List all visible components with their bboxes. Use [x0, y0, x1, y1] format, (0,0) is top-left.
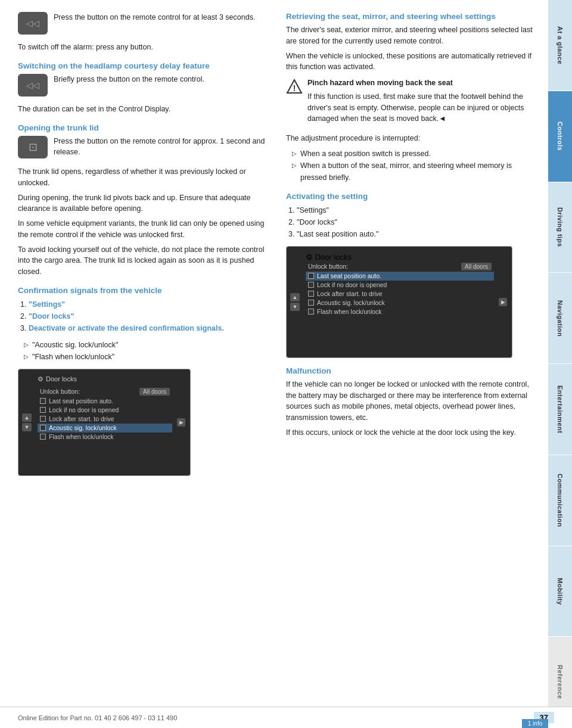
right-para2: When the vehicle is unlocked, these posi… [286, 51, 536, 73]
section3-title: Confirmation signals from the vehicle [18, 286, 274, 295]
sidebar: At a glance Controls Driving tips Naviga… [548, 0, 572, 728]
checkbox-4 [40, 425, 46, 431]
screen2-title: ⚙ Door locks [306, 253, 494, 262]
act-list-item-2: "Door locks" [297, 216, 536, 228]
checkbox-r1 [308, 273, 314, 279]
remote-icon-trunk [18, 136, 48, 158]
trunk-para4: To avoid locking yourself out of the veh… [18, 244, 274, 278]
screen2-row-5: Flash when lock/unlock [306, 307, 494, 316]
page-footer: Online Edition for Part no. 01 40 2 606 … [0, 707, 572, 728]
checkbox-r5 [308, 309, 314, 315]
nav-up2[interactable]: ▲ [290, 293, 300, 301]
nav-arrows-left2: ▲ ▼ [290, 293, 300, 311]
malfunction-para2: If this occurs, unlock or lock the vehic… [286, 427, 536, 438]
checkbox-r3 [308, 291, 314, 297]
conf-bullets: "Acoustic sig. lock/unlock" "Flash when … [24, 339, 274, 363]
checkbox-1 [40, 398, 46, 404]
conf-list-item-1: "Settings" [29, 298, 274, 310]
conf-text-2: "Door locks" [29, 312, 74, 321]
screen1: ▲ ▼ ▶ ⚙ Door locks Unlock button: All do… [18, 369, 191, 476]
press-trunk-text: Press the button on the remote control f… [54, 136, 274, 158]
checkbox-r2 [308, 282, 314, 288]
gear-icon-2: ⚙ [306, 253, 313, 262]
briefly-press-block: Briefly press the button on the remote c… [18, 74, 274, 99]
briefly-press-text: Briefly press the button on the remote c… [54, 74, 274, 85]
nav-arrows-left: ▲ ▼ [22, 413, 32, 431]
warning-icon: ! [286, 79, 303, 95]
conf-text-3: Deactivate or activate the desired confi… [29, 324, 224, 332]
trunk-para1: The trunk lid opens, regardless of wheth… [18, 166, 274, 189]
screen1-row-4: Acoustic sig. lock/unlock [38, 424, 172, 433]
section2-title: Opening the trunk lid [18, 123, 274, 132]
sidebar-tab-mobility[interactable]: Mobility [548, 546, 572, 637]
warning-text-block: Pinch hazard when moving back the seat I… [307, 77, 536, 128]
malfunction-para1: If the vehicle can no longer be locked o… [286, 379, 536, 424]
nav-down2[interactable]: ▼ [290, 303, 300, 311]
nav-right2[interactable]: ▶ [499, 298, 507, 306]
conf-text-1: "Settings" [29, 300, 65, 309]
screen2-unlock-row: Unlock button: All doors [306, 262, 494, 272]
duration-text: The duration can be set in the Control D… [18, 104, 274, 115]
sidebar-tab-controls[interactable]: Controls [548, 91, 572, 182]
adjustment-text: The adjustment procedure is interrupted: [286, 133, 536, 144]
right-section1-title: Retrieving the seat, mirror, and steerin… [286, 12, 536, 21]
checkbox-3 [40, 416, 46, 422]
sidebar-tab-at-a-glance[interactable]: At a glance [548, 0, 572, 91]
screen2-row-2: Lock if no door is opened [306, 281, 494, 290]
adj-bullet-1: When a seat position switch is pressed. [292, 148, 536, 160]
remote-press-text: Press the button on the remote control f… [54, 12, 274, 23]
screen1-unlock-row: Unlock button: All doors [38, 387, 172, 397]
switch-alarm-text: To switch off the alarm: press any butto… [18, 42, 274, 53]
screen1-content: ⚙ Door locks Unlock button: All doors La… [38, 375, 172, 441]
screen1-row-2: Lock if no door is opened [38, 406, 172, 415]
right-section2-title: Activating the setting [286, 192, 536, 201]
conf-list-item-3: Deactivate or activate the desired confi… [29, 322, 274, 334]
conf-list: "Settings" "Door locks" Deactivate or ac… [29, 298, 274, 334]
checkbox-2 [40, 407, 46, 413]
info-badge: 1 info [522, 719, 548, 728]
screen1-title: ⚙ Door locks [38, 375, 172, 383]
screen2-row-1: Last seat position auto. [306, 272, 494, 281]
nav-right[interactable]: ▶ [177, 418, 185, 427]
sidebar-tab-driving-tips[interactable]: Driving tips [548, 182, 572, 273]
warning-body: If this function is used, first make sur… [307, 91, 536, 125]
trunk-para2: During opening, the trunk lid pivots bac… [18, 192, 274, 215]
act-list-item-1: "Settings" [297, 204, 536, 216]
svg-text:!: ! [293, 83, 296, 93]
remote-icon-1 [18, 12, 48, 35]
right-section3-title: Malfunction [286, 366, 536, 375]
remote-icon-2 [18, 74, 48, 97]
right-column: Retrieving the seat, mirror, and steerin… [286, 12, 536, 716]
trunk-para3: In some vehicle equipment variants, the … [18, 218, 274, 241]
remote-press-block: Press the button on the remote control f… [18, 12, 274, 37]
nav-down[interactable]: ▼ [22, 423, 32, 431]
screen1-row-3: Lock after start. to drive [38, 415, 172, 424]
nav-up[interactable]: ▲ [22, 413, 32, 422]
screen2-content: ⚙ Door locks Unlock button: All doors La… [306, 253, 494, 316]
main-content: Press the button on the remote control f… [0, 0, 548, 728]
conf-bullet-1: "Acoustic sig. lock/unlock" [24, 339, 274, 351]
sidebar-tab-entertainment[interactable]: Entertainment [548, 364, 572, 455]
adjustment-bullets: When a seat position switch is pressed. … [292, 148, 536, 183]
conf-bullet-2: "Flash when lock/unlock" [24, 351, 274, 363]
conf-list-item-2: "Door locks" [29, 310, 274, 322]
section1-title: Switching on the headlamp courtesy delay… [18, 61, 274, 70]
warning-block: ! Pinch hazard when moving back the seat… [286, 77, 536, 128]
right-para1: The driver's seat, exterior mirror, and … [286, 24, 536, 47]
left-column: Press the button on the remote control f… [18, 12, 274, 716]
act-list-item-3: "Last seat position auto." [297, 228, 536, 240]
gear-icon: ⚙ [38, 375, 43, 383]
adj-bullet-2: When a button of the seat, mirror, and s… [292, 160, 536, 183]
checkbox-r4 [308, 300, 314, 306]
sidebar-tab-communication[interactable]: Communication [548, 455, 572, 546]
sidebar-tab-navigation[interactable]: Navigation [548, 273, 572, 364]
screen2-row-3: Lock after start. to drive [306, 290, 494, 298]
press-trunk-block: Press the button on the remote control f… [18, 136, 274, 162]
screen2: ▲ ▼ ▶ ⚙ Door locks Unlock button: All do… [286, 246, 512, 358]
screen1-row-1: Last seat position auto. [38, 397, 172, 406]
page-container: Press the button on the remote control f… [0, 0, 572, 728]
screen1-row-5: Flash when lock/unlock [38, 433, 172, 441]
warning-title: Pinch hazard when moving back the seat [307, 79, 453, 87]
checkbox-5 [40, 434, 46, 440]
act-list: "Settings" "Door locks" "Last seat posit… [297, 204, 536, 240]
